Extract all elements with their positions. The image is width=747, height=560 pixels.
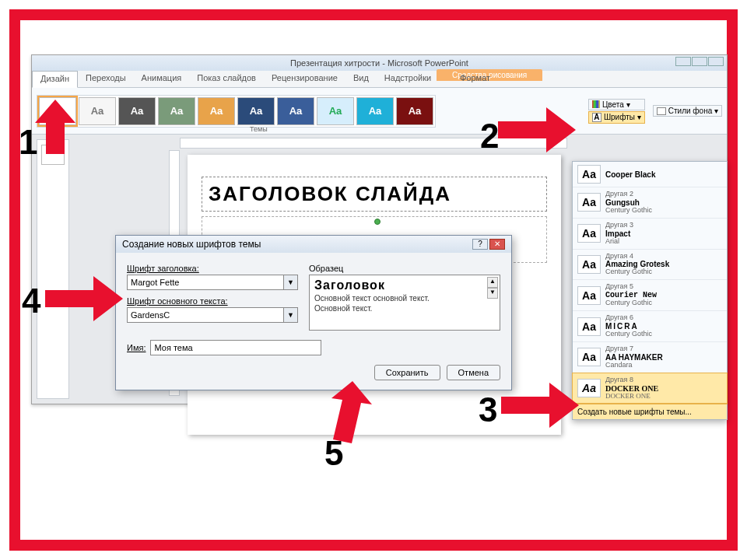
font-group: Другая 5 bbox=[605, 283, 657, 291]
window-title: Презентация хитрости - Microsoft PowerPo… bbox=[290, 58, 468, 68]
tab-animation[interactable]: Анимация bbox=[134, 71, 190, 87]
rotation-handle-icon[interactable] bbox=[374, 219, 381, 225]
font-scheme-item[interactable]: Aa Другая 6MICRACentury Gothic bbox=[573, 311, 727, 342]
font-name: DOCKER ONE bbox=[605, 384, 658, 393]
colors-button[interactable]: Цвета ▾ bbox=[588, 99, 645, 110]
theme-thumb[interactable]: Aa bbox=[237, 97, 275, 125]
font-preview-icon: Aa bbox=[577, 317, 601, 336]
maximize-button[interactable] bbox=[692, 57, 707, 66]
annotation-number-4: 4 bbox=[22, 282, 40, 320]
annotation-arrow-1 bbox=[35, 100, 75, 154]
cancel-button[interactable]: Отмена bbox=[447, 365, 500, 380]
tab-view[interactable]: Вид bbox=[345, 71, 377, 87]
font-scheme-item[interactable]: Aa Другая 7AA HAYMAKERCandara bbox=[573, 342, 727, 373]
font-preview-icon: Aa bbox=[577, 348, 601, 366]
font-scheme-item-selected[interactable]: Aa Другая 8DOCKER ONEDOCKER ONE bbox=[573, 373, 727, 404]
theme-thumb[interactable]: Aa bbox=[396, 97, 433, 125]
annotation-arrow-2 bbox=[498, 107, 576, 152]
sample-title: Заголовок bbox=[314, 278, 495, 292]
font-scheme-item[interactable]: Aa Другая 5Courier NewCentury Gothic bbox=[573, 280, 727, 311]
font-group: Другая 3 bbox=[605, 222, 633, 229]
bg-styles-button[interactable]: Стили фона ▾ bbox=[653, 105, 722, 117]
font-sub: DOCKER ONE bbox=[605, 393, 658, 401]
font-preview-icon: Aa bbox=[577, 255, 601, 274]
tab-slideshow[interactable]: Показ слайдов bbox=[189, 71, 264, 87]
body-font-combo[interactable]: ▼ bbox=[127, 307, 298, 323]
create-new-theme-fonts[interactable]: Создать новые шрифты темы... bbox=[573, 404, 727, 419]
tab-format[interactable]: Формат bbox=[452, 71, 498, 85]
annotation-number-2: 2 bbox=[480, 117, 499, 156]
font-group: Другая 2 bbox=[605, 191, 652, 198]
annotation-arrow-3 bbox=[501, 383, 579, 428]
tab-design[interactable]: Дизайн bbox=[32, 71, 78, 88]
tab-transitions[interactable]: Переходы bbox=[78, 71, 134, 87]
theme-name-input[interactable] bbox=[150, 340, 321, 355]
font-sub: Century Gothic bbox=[605, 268, 669, 276]
fonts-button[interactable]: A Шрифты ▾ bbox=[588, 111, 645, 124]
svg-marker-3 bbox=[45, 276, 123, 321]
theme-thumb[interactable]: Aa bbox=[79, 97, 116, 125]
font-group: Другая 8 bbox=[605, 376, 658, 384]
theme-thumb[interactable]: Aa bbox=[118, 97, 156, 125]
font-sub: Century Gothic bbox=[605, 207, 652, 215]
font-sub: Century Gothic bbox=[605, 331, 652, 338]
dialog-help-button[interactable]: ? bbox=[472, 239, 488, 250]
sample-spinner[interactable]: ▲▼ bbox=[487, 277, 498, 299]
colors-icon bbox=[592, 100, 600, 108]
font-scheme-item[interactable]: Aa Другая 3ImpactArial bbox=[573, 219, 727, 250]
save-button[interactable]: Сохранить bbox=[374, 365, 440, 380]
create-theme-fonts-dialog: Создание новых шрифтов темы ? ✕ Шрифт за… bbox=[115, 235, 512, 390]
heading-font-input[interactable] bbox=[127, 275, 284, 290]
tab-review[interactable]: Рецензирование bbox=[264, 71, 345, 87]
font-preview-icon: Aa bbox=[577, 165, 601, 184]
themes-group-label: Темы bbox=[250, 125, 268, 133]
minimize-button[interactable] bbox=[675, 57, 691, 66]
bg-styles-area: Стили фона ▾ bbox=[653, 105, 722, 117]
font-scheme-item[interactable]: Aa Другая 2GungsuhCentury Gothic bbox=[573, 187, 727, 219]
font-preview-icon: Aa bbox=[577, 379, 601, 397]
ribbon-right-group: Цвета ▾ A Шрифты ▾ bbox=[588, 99, 645, 124]
theme-thumb[interactable]: Aa bbox=[356, 97, 394, 125]
font-preview-icon: Aa bbox=[577, 193, 601, 212]
font-group: Другая 4 bbox=[605, 253, 669, 261]
annotation-number-5: 5 bbox=[324, 434, 343, 473]
dialog-close-button[interactable]: ✕ bbox=[489, 239, 505, 250]
slide-title-placeholder[interactable]: ЗАГОЛОВОК СЛАЙДА bbox=[202, 177, 547, 212]
annotation-arrow-4 bbox=[45, 276, 123, 321]
theme-thumb[interactable]: Aa bbox=[277, 97, 314, 125]
dialog-title: Создание новых шрифтов темы bbox=[122, 239, 261, 250]
title-bar: Презентация хитрости - Microsoft PowerPo… bbox=[32, 55, 727, 71]
theme-gallery[interactable]: Aa Aa Aa Aa Aa Aa Aa Aa Aa Aa bbox=[37, 95, 436, 128]
body-font-label: Шрифт основного текста: bbox=[127, 296, 298, 306]
font-sub: Candara bbox=[605, 362, 663, 369]
colors-label: Цвета ▾ bbox=[602, 100, 630, 109]
bg-styles-icon bbox=[657, 107, 666, 115]
dialog-title-bar[interactable]: Создание новых шрифтов темы ? ✕ bbox=[116, 236, 511, 253]
ribbon-tabs: Дизайн Переходы Анимация Показ слайдов Р… bbox=[32, 71, 727, 88]
slide-thumbnail-panel[interactable] bbox=[37, 139, 69, 399]
svg-marker-1 bbox=[498, 107, 576, 152]
theme-name-label: Имя: bbox=[127, 343, 146, 352]
heading-font-label: Шрифт заголовка: bbox=[127, 264, 298, 273]
font-sub: Arial bbox=[605, 238, 633, 246]
svg-marker-0 bbox=[35, 100, 75, 154]
font-scheme-item[interactable]: Aa Другая 4Amazing GroteskCentury Gothic bbox=[573, 250, 727, 281]
theme-thumb[interactable]: Aa bbox=[158, 97, 195, 125]
fonts-icon: A bbox=[592, 113, 601, 122]
theme-thumb[interactable]: Aa bbox=[198, 97, 235, 125]
bg-styles-label: Стили фона ▾ bbox=[668, 107, 718, 115]
font-group: Другая 7 bbox=[605, 345, 663, 353]
close-window-button[interactable] bbox=[708, 57, 724, 66]
heading-font-combo[interactable]: ▼ bbox=[127, 275, 298, 290]
fonts-label: Шрифты ▾ bbox=[604, 113, 641, 121]
dropdown-arrow-icon[interactable]: ▼ bbox=[284, 275, 298, 290]
ribbon: Aa Aa Aa Aa Aa Aa Aa Aa Aa Aa Темы Цвета… bbox=[32, 88, 727, 135]
window-controls bbox=[675, 57, 724, 66]
font-sub: Century Gothic bbox=[605, 299, 657, 307]
theme-thumb[interactable]: Aa bbox=[317, 97, 354, 125]
body-font-input[interactable] bbox=[127, 307, 284, 323]
dropdown-arrow-icon[interactable]: ▼ bbox=[284, 307, 298, 323]
font-name: Cooper Black bbox=[605, 170, 655, 179]
tab-addins[interactable]: Надстройки bbox=[377, 71, 439, 87]
font-scheme-item[interactable]: Aa Cooper Black bbox=[573, 162, 727, 187]
